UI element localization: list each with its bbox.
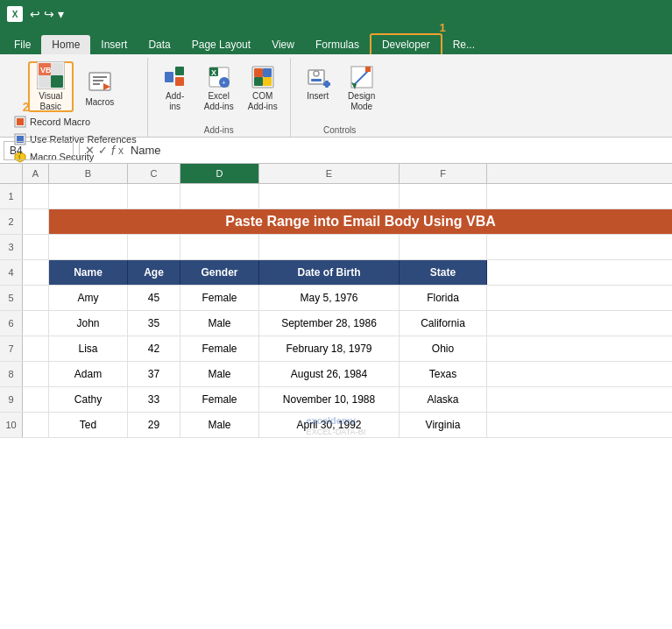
- cell-age-9[interactable]: 33: [128, 387, 180, 412]
- cell-age-8[interactable]: 37: [128, 362, 180, 386]
- tab-more[interactable]: Re...: [442, 35, 485, 54]
- cell-a2[interactable]: [23, 209, 49, 234]
- cell-state-9[interactable]: Alaska: [400, 387, 487, 412]
- cell-gender-10[interactable]: Male: [180, 413, 259, 437]
- addins-button[interactable]: Add-ins: [155, 61, 195, 112]
- cell-a6[interactable]: [23, 311, 49, 336]
- tab-data[interactable]: Data: [138, 35, 180, 54]
- addins-label: Add-ins: [166, 91, 184, 112]
- cell-a8[interactable]: [23, 362, 49, 386]
- cancel-formula-icon[interactable]: ✕: [85, 144, 95, 157]
- cell-name-6[interactable]: John: [49, 311, 128, 336]
- cell-gender-7[interactable]: Female: [180, 336, 259, 361]
- cell-age-10[interactable]: 29: [128, 413, 180, 437]
- row-num-3: 3: [0, 235, 23, 259]
- cell-age-6[interactable]: 35: [128, 311, 180, 336]
- undo-icon[interactable]: ↩: [30, 7, 40, 21]
- design-mode-button[interactable]: DesignMode: [342, 61, 382, 112]
- cell-a10[interactable]: [23, 413, 49, 437]
- cell-a3[interactable]: [23, 235, 49, 259]
- record-macro-button[interactable]: Record Macro: [11, 114, 140, 130]
- cell-a7[interactable]: [23, 336, 49, 361]
- insert-control-button[interactable]: Insert: [298, 61, 338, 112]
- tab-page-layout[interactable]: Page Layout: [181, 35, 261, 54]
- tab-home[interactable]: Home: [41, 35, 90, 54]
- tab-view[interactable]: View: [261, 35, 305, 54]
- com-addins-label: COMAdd-ins: [248, 91, 278, 112]
- cell-a1[interactable]: [23, 184, 49, 208]
- col-header-c[interactable]: C: [128, 164, 180, 183]
- excel-addins-button[interactable]: X + ExcelAdd-ins: [199, 61, 239, 112]
- redo-icon[interactable]: ↪: [44, 7, 54, 21]
- excel-icon: X: [7, 6, 23, 22]
- customize-icon[interactable]: ▾: [58, 7, 64, 21]
- cell-d3[interactable]: [180, 235, 259, 259]
- cell-dob-8[interactable]: August 26, 1984: [259, 362, 400, 386]
- addins-icon: [163, 65, 187, 89]
- cell-state-6[interactable]: California: [400, 311, 487, 336]
- col-header-d[interactable]: D: [180, 164, 259, 183]
- cell-reference-box[interactable]: B4: [4, 141, 74, 160]
- cell-f1[interactable]: [400, 184, 487, 208]
- undo-redo-group[interactable]: ↩ ↪ ▾: [30, 7, 64, 21]
- cell-dob-10[interactable]: April 30, 1992: [259, 413, 400, 437]
- spreadsheet: A B C D E F 1 2 Paste Range into Email B…: [0, 164, 672, 438]
- cell-e3[interactable]: [259, 235, 400, 259]
- col-header-f[interactable]: F: [400, 164, 487, 183]
- cell-dob-5[interactable]: May 5, 1976: [259, 286, 400, 310]
- cell-state-10[interactable]: Virginia: [400, 413, 487, 437]
- visual-basic-button[interactable]: VB VisualBasic: [28, 61, 74, 112]
- cell-age-5[interactable]: 45: [128, 286, 180, 310]
- cell-name-8[interactable]: Adam: [49, 362, 128, 386]
- cell-a4[interactable]: [23, 260, 49, 285]
- cell-b1[interactable]: [49, 184, 128, 208]
- cell-gender-5[interactable]: Female: [180, 286, 259, 310]
- header-name: Name: [49, 260, 128, 285]
- cell-b3[interactable]: [49, 235, 128, 259]
- header-dob: Date of Birth: [259, 260, 400, 285]
- cell-state-5[interactable]: Florida: [400, 286, 487, 310]
- cell-name-7[interactable]: Lisa: [49, 336, 128, 361]
- svg-rect-12: [17, 118, 24, 125]
- ribbon-group-addins: Add-ins X + ExcelAdd-ins: [148, 58, 291, 137]
- cell-gender-6[interactable]: Male: [180, 311, 259, 336]
- cell-state-8[interactable]: Texas: [400, 362, 487, 386]
- tab-developer[interactable]: Developer: [370, 33, 442, 54]
- tab-file[interactable]: File: [4, 35, 41, 54]
- cell-gender-8[interactable]: Male: [180, 362, 259, 386]
- cell-gender-9[interactable]: Female: [180, 387, 259, 412]
- cell-a5[interactable]: [23, 286, 49, 310]
- insert-function-icon[interactable]: f: [111, 144, 115, 158]
- header-state: State: [400, 260, 487, 285]
- formula-input[interactable]: Name: [127, 144, 668, 157]
- cell-c3[interactable]: [128, 235, 180, 259]
- header-age: Age: [128, 260, 180, 285]
- tab-insert[interactable]: Insert: [90, 35, 138, 54]
- cell-f3[interactable]: [400, 235, 487, 259]
- cell-name-5[interactable]: Amy: [49, 286, 128, 310]
- cell-dob-6[interactable]: September 28, 1986: [259, 311, 400, 336]
- cell-name-9[interactable]: Cathy: [49, 387, 128, 412]
- cell-name-10[interactable]: Ted: [49, 413, 128, 437]
- col-header-a[interactable]: A: [23, 164, 49, 183]
- confirm-formula-icon[interactable]: ✓: [98, 144, 108, 157]
- svg-rect-26: [254, 68, 263, 77]
- visual-basic-label: VisualBasic: [39, 91, 62, 112]
- row-num-1: 1: [0, 184, 23, 208]
- tab-formulas[interactable]: Formulas: [305, 35, 370, 54]
- macros-button[interactable]: Macros: [77, 61, 123, 112]
- cell-c1[interactable]: [128, 184, 180, 208]
- row-num-10: 10: [0, 413, 23, 437]
- cell-dob-7[interactable]: February 18, 1979: [259, 336, 400, 361]
- col-header-b[interactable]: B: [49, 164, 128, 183]
- cell-dob-9[interactable]: November 10, 1988: [259, 387, 400, 412]
- cell-d1[interactable]: [180, 184, 259, 208]
- record-macro-label: Record Macro: [30, 117, 90, 127]
- row-num-9: 9: [0, 387, 23, 412]
- cell-e1[interactable]: [259, 184, 400, 208]
- cell-age-7[interactable]: 42: [128, 336, 180, 361]
- cell-a9[interactable]: [23, 387, 49, 412]
- com-addins-button[interactable]: COMAdd-ins: [243, 61, 283, 112]
- cell-state-7[interactable]: Ohio: [400, 336, 487, 361]
- col-header-e[interactable]: E: [259, 164, 400, 183]
